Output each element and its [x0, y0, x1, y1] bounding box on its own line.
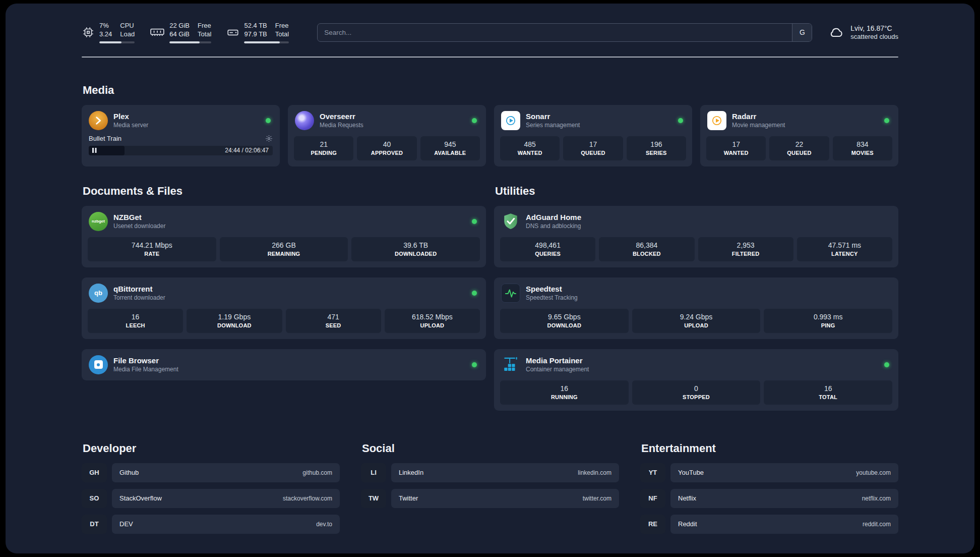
app-card-plex[interactable]: Plex Media server Bullet Train: [82, 105, 280, 166]
app-name: Overseerr: [320, 112, 466, 121]
stat-queued: 22 QUEUED: [769, 136, 829, 160]
app-card-nzbget[interactable]: nzbget NZBGet Usenet downloader 744.21 M…: [82, 206, 486, 267]
now-playing-title: Bullet Train: [89, 135, 121, 142]
status-dot: [884, 362, 889, 367]
bookmark-abbr: RE: [640, 515, 665, 534]
search-input[interactable]: [318, 24, 792, 41]
adguard-icon: [501, 212, 520, 231]
cpu-percent: 7%: [99, 22, 112, 30]
bookmark-url: youtube.com: [856, 469, 891, 476]
plex-icon: [89, 111, 108, 130]
bookmark-name: LinkedIn: [399, 469, 423, 476]
bookmark-url: dev.to: [316, 521, 332, 528]
app-name: qBittorrent: [113, 285, 466, 293]
ram-bar: [169, 41, 211, 43]
stat-ping: 0.993 ms PING: [764, 309, 892, 333]
app-subtitle: Series management: [526, 122, 672, 129]
app-name: NZBGet: [113, 213, 466, 221]
bookmark-github[interactable]: GH Github github.com: [82, 463, 340, 482]
bookmark-reddit[interactable]: RE Reddit reddit.com: [640, 515, 898, 534]
app-subtitle: Usenet downloader: [113, 222, 466, 230]
stat-latency: 47.571 ms LATENCY: [797, 237, 892, 261]
bookmark-abbr: GH: [82, 463, 107, 482]
bookmark-youtube[interactable]: YT YouTube youtube.com: [640, 463, 898, 482]
stat-upload: 9.24 Gbps UPLOAD: [632, 309, 761, 333]
radarr-icon: [707, 111, 726, 130]
cpu-widget: 7% 3.24 CPU Load: [82, 22, 135, 43]
plex-now-playing: Bullet Train: [88, 135, 274, 155]
disk-total-label: Total: [275, 30, 289, 39]
stat-blocked: 86,384 BLOCKED: [599, 237, 694, 261]
app-card-speedtest[interactable]: Speedtest Speedtest Tracking 9.65 Gbps D…: [494, 277, 898, 339]
weather-location: Lviv, 16.87°C: [850, 24, 898, 33]
search-engine-button[interactable]: G: [792, 24, 812, 41]
bookmark-url: github.com: [302, 469, 332, 476]
disk-widget: 52.4 TB 97.9 TB Free Total: [226, 22, 289, 43]
app-card-adguard[interactable]: AdGuard Home DNS and adblocking 498,461 …: [494, 206, 898, 267]
qbittorrent-icon: qb: [89, 284, 108, 303]
bookmark-name: Twitter: [399, 494, 418, 502]
weather-condition: scattered clouds: [850, 33, 898, 41]
app-subtitle: Speedtest Tracking: [526, 294, 891, 301]
stat-queries: 498,461 QUERIES: [500, 237, 595, 261]
gear-icon[interactable]: [265, 135, 273, 142]
status-dot: [266, 118, 271, 123]
bookmark-name: Github: [119, 469, 139, 476]
bookmark-twitter[interactable]: TW Twitter twitter.com: [361, 489, 619, 508]
disk-free-label: Free: [275, 22, 289, 30]
stat-leech: 16 LEECH: [88, 309, 183, 333]
bookmark-dev[interactable]: DT DEV dev.to: [82, 515, 340, 534]
bookmark-name: StackOverflow: [119, 494, 162, 502]
app-card-qbittorrent[interactable]: qb qBittorrent Torrent downloader 16 LEE…: [82, 277, 486, 339]
app-subtitle: Container management: [526, 366, 879, 373]
stat-stopped: 0 STOPPED: [632, 380, 761, 405]
stat-wanted: 17 WANTED: [706, 136, 766, 160]
bookmark-group-social: Social LI LinkedIn linkedin.com TW Twitt…: [361, 442, 619, 540]
app-card-sonarr[interactable]: Sonarr Series management 485 WANTED 17 Q…: [494, 105, 692, 166]
bookmark-stackoverflow[interactable]: SO StackOverflow stackoverflow.com: [82, 489, 340, 508]
bookmark-url: linkedin.com: [578, 469, 611, 476]
app-card-filebrowser[interactable]: File Browser Media File Management: [82, 349, 486, 380]
app-name: File Browser: [113, 356, 466, 365]
app-name: Media Portainer: [526, 356, 879, 365]
bookmark-abbr: NF: [640, 489, 665, 508]
bookmarks: Developer GH Github github.com SO StackO…: [82, 442, 898, 540]
app-card-portainer[interactable]: Media Portainer Container management 16 …: [494, 349, 898, 411]
bookmark-url: netflix.com: [862, 495, 891, 502]
overseerr-icon: [295, 111, 314, 130]
topbar: 7% 3.24 CPU Load: [82, 4, 898, 43]
dashboard-frame: 7% 3.24 CPU Load: [6, 4, 974, 553]
status-dot: [678, 118, 683, 123]
sonarr-icon: [501, 111, 520, 130]
stat-filtered: 2,953 FILTERED: [698, 237, 793, 261]
bookmark-abbr: TW: [361, 489, 386, 508]
search-bar: G: [317, 23, 812, 42]
ram-total-label: Total: [198, 30, 211, 39]
app-name: Plex: [113, 112, 260, 121]
bookmark-name: DEV: [119, 520, 133, 528]
stat-queued: 17 QUEUED: [563, 136, 623, 160]
status-dot: [472, 362, 477, 367]
bookmark-netflix[interactable]: NF Netflix netflix.com: [640, 489, 898, 508]
cpu-load-avg: 3.24: [99, 30, 112, 39]
bookmark-linkedin[interactable]: LI LinkedIn linkedin.com: [361, 463, 619, 482]
speedtest-icon: [501, 284, 520, 303]
app-subtitle: Media Requests: [320, 122, 466, 129]
filebrowser-icon: [89, 355, 108, 374]
status-dot: [472, 219, 477, 224]
stat-rate: 744.21 Mbps RATE: [88, 237, 216, 261]
bookmark-abbr: DT: [82, 515, 107, 534]
app-name: Speedtest: [526, 285, 891, 293]
stat-seed: 471 SEED: [286, 309, 381, 333]
disk-free: 52.4 TB: [244, 22, 267, 30]
stat-downloaded: 39.6 TB DOWNLOADED: [351, 237, 480, 261]
playback-progress[interactable]: 24:44 / 02:06:47: [89, 146, 273, 155]
bookmark-abbr: SO: [82, 489, 107, 508]
stat-approved: 40 APPROVED: [357, 136, 416, 160]
pause-icon[interactable]: [92, 148, 97, 153]
app-card-overseerr[interactable]: Overseerr Media Requests 21 PENDING 40 A…: [288, 105, 486, 166]
bookmark-group-entertainment: Entertainment YT YouTube youtube.com NF …: [640, 442, 898, 540]
app-card-radarr[interactable]: Radarr Movie management 17 WANTED 22 QUE…: [700, 105, 898, 166]
stat-wanted: 485 WANTED: [500, 136, 560, 160]
stat-available: 945 AVAILABLE: [420, 136, 480, 160]
